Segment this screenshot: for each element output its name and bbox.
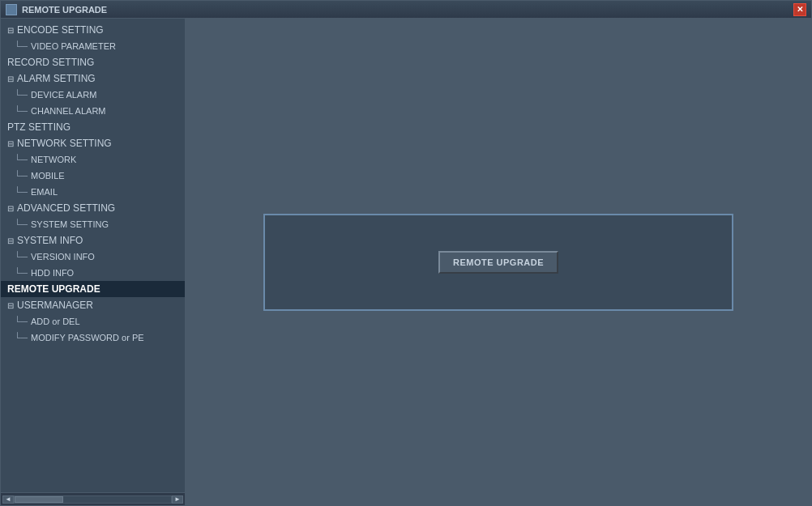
main-window: REMOTE UPGRADE ✕ ⊟ ENCODE SETTING └─ VID… (0, 0, 812, 506)
sidebar-label-ptz-setting: PTZ SETTING (7, 121, 71, 133)
sidebar-item-encode-setting[interactable]: ⊟ ENCODE SETTING (1, 22, 185, 38)
expand-icon-usermanager: ⊟ (7, 301, 14, 310)
title-bar-text: REMOTE UPGRADE (22, 5, 107, 15)
sidebar-item-system-info[interactable]: ⊟ SYSTEM INFO (1, 232, 185, 249)
sidebar-item-version-info[interactable]: └─ VERSION INFO (1, 249, 185, 265)
connector-modify-password: └─ (14, 332, 28, 343)
sidebar-label-record-setting: RECORD SETTING (7, 57, 94, 68)
connector-channel-alarm: └─ (14, 105, 28, 117)
title-bar: REMOTE UPGRADE ✕ (1, 1, 811, 19)
sidebar-label-system-info: SYSTEM INFO (17, 235, 83, 246)
connector-email: └─ (14, 186, 28, 198)
sidebar-item-remote-upgrade[interactable]: REMOTE UPGRADE (1, 281, 185, 297)
sidebar-item-usermanager[interactable]: ⊟ USERMANAGER (1, 297, 185, 313)
expand-icon-encode: ⊟ (7, 26, 14, 35)
sidebar-label-email: EMAIL (31, 187, 58, 197)
sidebar-label-hdd-info: HDD INFO (31, 268, 74, 278)
sidebar-label-network: NETWORK (31, 155, 76, 164)
sidebar-label-usermanager: USERMANAGER (17, 300, 93, 311)
sidebar-scrollbar: ◄ ► (1, 492, 185, 505)
expand-icon-advanced: ⊟ (7, 204, 14, 213)
sidebar-item-add-or-del[interactable]: └─ ADD or DEL (1, 313, 185, 330)
main-content: ⊟ ENCODE SETTING └─ VIDEO PARAMETER RECO… (1, 19, 811, 505)
sidebar-item-network[interactable]: └─ NETWORK (1, 151, 185, 168)
sidebar-label-modify-password: MODIFY PASSWORD or PE (31, 333, 144, 342)
scrollbar-thumb[interactable] (15, 496, 63, 503)
sidebar-label-add-or-del: ADD or DEL (31, 317, 80, 326)
sidebar-item-advanced-setting[interactable]: ⊟ ADVANCED SETTING (1, 200, 185, 216)
scrollbar-track[interactable] (14, 495, 172, 504)
sidebar-item-network-setting[interactable]: ⊟ NETWORK SETTING (1, 135, 185, 151)
sidebar-label-device-alarm: DEVICE ALARM (31, 90, 96, 100)
connector-mobile: └─ (14, 170, 28, 181)
sidebar-item-channel-alarm[interactable]: └─ CHANNEL ALARM (1, 103, 185, 119)
sidebar-label-remote-upgrade: REMOTE UPGRADE (7, 283, 100, 295)
sidebar-item-video-parameter[interactable]: └─ VIDEO PARAMETER (1, 38, 185, 54)
scroll-left-button[interactable]: ◄ (2, 495, 14, 504)
expand-icon-network: ⊟ (7, 139, 14, 148)
sidebar-label-advanced-setting: ADVANCED SETTING (17, 202, 115, 214)
connector-hdd-info: └─ (14, 267, 28, 279)
content-box: REMOTE UPGRADE (263, 214, 733, 311)
sidebar-item-system-setting[interactable]: └─ SYSTEM SETTING (1, 216, 185, 232)
sidebar-item-hdd-info[interactable]: └─ HDD INFO (1, 265, 185, 281)
sidebar-label-channel-alarm: CHANNEL ALARM (31, 106, 106, 116)
sidebar-item-email[interactable]: └─ EMAIL (1, 184, 185, 200)
sidebar-item-ptz-setting[interactable]: PTZ SETTING (1, 119, 185, 135)
sidebar-label-network-setting: NETWORK SETTING (17, 138, 112, 149)
sidebar-label-encode-setting: ENCODE SETTING (17, 24, 104, 36)
connector-version-info: └─ (14, 251, 28, 262)
sidebar-label-system-setting: SYSTEM SETTING (31, 219, 109, 229)
sidebar-tree[interactable]: ⊟ ENCODE SETTING └─ VIDEO PARAMETER RECO… (1, 19, 185, 492)
expand-icon-alarm: ⊟ (7, 74, 14, 83)
sidebar-label-alarm-setting: ALARM SETTING (17, 73, 96, 84)
expand-icon-system-info: ⊟ (7, 236, 14, 245)
sidebar-label-video-parameter: VIDEO PARAMETER (31, 41, 116, 51)
connector-add-or-del: └─ (14, 316, 28, 327)
connector-device-alarm: └─ (14, 89, 28, 100)
main-panel: REMOTE UPGRADE (186, 19, 811, 505)
sidebar-item-alarm-setting[interactable]: ⊟ ALARM SETTING (1, 70, 185, 87)
connector-system-setting: └─ (14, 219, 28, 230)
title-bar-icon (6, 4, 17, 15)
sidebar-label-mobile: MOBILE (31, 171, 65, 181)
scroll-right-button[interactable]: ► (172, 495, 183, 504)
sidebar-item-mobile[interactable]: └─ MOBILE (1, 168, 185, 184)
sidebar-item-modify-password[interactable]: └─ MODIFY PASSWORD or PE (1, 330, 185, 346)
remote-upgrade-button[interactable]: REMOTE UPGRADE (438, 251, 558, 274)
sidebar: ⊟ ENCODE SETTING └─ VIDEO PARAMETER RECO… (1, 19, 186, 505)
sidebar-item-record-setting[interactable]: RECORD SETTING (1, 54, 185, 70)
connector-video-parameter: └─ (14, 40, 28, 52)
sidebar-label-version-info: VERSION INFO (31, 252, 95, 262)
connector-network: └─ (14, 154, 28, 165)
close-button[interactable]: ✕ (793, 3, 806, 16)
sidebar-item-device-alarm[interactable]: └─ DEVICE ALARM (1, 87, 185, 103)
